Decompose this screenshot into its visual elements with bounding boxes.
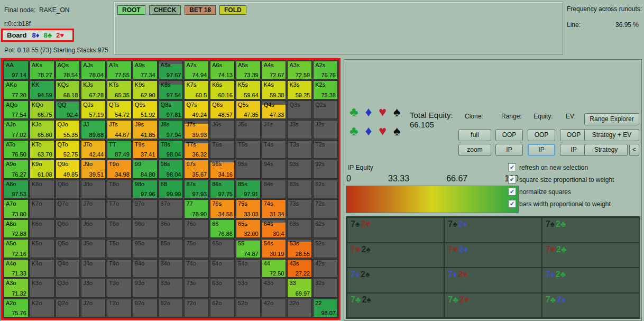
hand-cell-Q2o[interactable]: Q2o	[56, 299, 80, 317]
hand-cell-A7s[interactable]: A7s74.94	[184, 61, 209, 79]
hand-cell-98s[interactable]: 98s98.04	[159, 160, 183, 178]
hand-cell-94o[interactable]: 94o	[133, 259, 158, 278]
hand-cell-32s[interactable]: 32s	[313, 279, 338, 297]
hand-cell-J8o[interactable]: J8o	[81, 180, 106, 198]
hand-cell-83o[interactable]: 83o	[159, 279, 183, 297]
hand-cell-Q9o[interactable]: Q9o49.85	[56, 160, 80, 178]
hand-cell-ATo[interactable]: ATo76.50	[4, 140, 29, 159]
hand-cell-T4o[interactable]: T4o	[107, 259, 132, 278]
hand-cell-T3s[interactable]: T3s	[287, 140, 312, 159]
hand-cell-87s[interactable]: 87s97.93	[184, 180, 209, 198]
hand-cell-TT[interactable]: TT87.49	[107, 140, 132, 159]
hand-cell-T3o[interactable]: T3o	[107, 279, 132, 297]
hand-cell-97o[interactable]: 97o	[133, 199, 158, 218]
hand-cell-62s[interactable]: 62s	[313, 219, 338, 238]
hand-cell-76s[interactable]: 76s34.58	[210, 199, 235, 218]
action-button-check[interactable]: CHECK	[149, 5, 181, 15]
action-button-root[interactable]: ROOT	[117, 5, 145, 15]
hand-cell-K4s[interactable]: K4s59.38	[262, 80, 287, 99]
clone-zoom-button[interactable]: zoom	[458, 144, 491, 156]
hand-cell-76o[interactable]: 76o	[184, 219, 209, 238]
hand-cell-Q5o[interactable]: Q5o	[56, 239, 80, 258]
hand-cell-J4s[interactable]: J4s	[262, 120, 287, 139]
hand-cell-Q8o[interactable]: Q8o	[56, 180, 80, 198]
hand-cell-64o[interactable]: 64o	[210, 259, 235, 278]
hand-cell-73s[interactable]: 73s	[287, 199, 312, 218]
hand-cell-K7o[interactable]: K7o	[30, 199, 54, 218]
hand-cell-QJs[interactable]: QJs57.19	[81, 100, 106, 119]
hand-cell-Q9s[interactable]: Q9s51.92	[133, 100, 158, 119]
hand-cell-75s[interactable]: 75s33.03	[236, 199, 261, 218]
ev-ip-button[interactable]: IP	[560, 144, 587, 156]
hand-cell-JJ[interactable]: JJ89.68	[81, 120, 106, 139]
hand-cell-Q7s[interactable]: Q7s49.24	[184, 100, 209, 119]
combo-7c2d[interactable]: 7♣2♦	[542, 293, 639, 318]
hand-cell-KJo[interactable]: KJo65.80	[30, 120, 54, 139]
hand-cell-94s[interactable]: 94s	[262, 160, 287, 178]
hand-cell-63s[interactable]: 63s	[287, 219, 312, 238]
hand-cell-K5s[interactable]: K5s59.64	[236, 80, 261, 99]
range-oop-button[interactable]: OOP	[495, 129, 523, 141]
range-ip-button[interactable]: IP	[495, 144, 523, 156]
hand-cell-T9o[interactable]: T9o34.98	[107, 160, 132, 178]
action-button-bet-18[interactable]: BET 18	[185, 5, 216, 15]
checkbox-normalize-squares[interactable]: ✔normalize squares	[508, 186, 614, 198]
hand-cell-85s[interactable]: 85s97.91	[236, 180, 261, 198]
hand-cell-AJs[interactable]: AJs78.04	[81, 61, 106, 79]
checkbox-box[interactable]: ✔	[508, 176, 516, 184]
hand-cell-53o[interactable]: 53o	[236, 279, 261, 297]
heart-icon[interactable]: ♥	[379, 105, 387, 118]
hand-cell-52o[interactable]: 52o	[236, 299, 261, 317]
hand-cell-K9s[interactable]: K9s62.90	[133, 80, 158, 99]
hand-cell-84s[interactable]: 84s	[262, 180, 287, 198]
hand-cell-A4o[interactable]: A4o71.33	[4, 259, 29, 278]
hand-cell-42s[interactable]: 42s	[313, 259, 338, 278]
hand-cell-93s[interactable]: 93s	[287, 160, 312, 178]
checkbox-refresh-on[interactable]: ✔refresh on new selection	[508, 161, 614, 173]
hand-cell-J5s[interactable]: J5s	[236, 120, 261, 139]
hand-cell-K8o[interactable]: K8o	[30, 180, 54, 198]
hand-cell-Q5s[interactable]: Q5s47.85	[236, 100, 261, 119]
hand-cell-A5s[interactable]: A5s73.39	[236, 61, 261, 79]
back-button[interactable]: <	[629, 144, 639, 156]
checkbox-box[interactable]: ✔	[508, 200, 516, 208]
hand-cell-T7s[interactable]: T7s36.32	[184, 140, 209, 159]
hand-cell-T2o[interactable]: T2o	[107, 299, 132, 317]
hand-cell-72s[interactable]: 72s	[313, 199, 338, 218]
hand-cell-77[interactable]: 7778.90	[184, 199, 209, 218]
equity-oop-button[interactable]: OOP	[528, 129, 555, 141]
combo-7s2h[interactable]: 7♠2♥	[347, 217, 444, 243]
hand-cell-A8s[interactable]: A8s97.67	[159, 61, 183, 79]
hand-cell-93o[interactable]: 93o	[133, 279, 158, 297]
hand-cell-JTo[interactable]: JTo42.44	[81, 140, 106, 159]
hand-cell-A3o[interactable]: A3o71.32	[4, 279, 29, 297]
hand-cell-JTs[interactable]: JTs44.67	[107, 120, 132, 139]
hand-cell-AJo[interactable]: AJo77.02	[4, 120, 29, 139]
hand-cell-J7s[interactable]: J7s39.93	[184, 120, 209, 139]
hand-cell-QTs[interactable]: QTs54.72	[107, 100, 132, 119]
hand-cell-65o[interactable]: 65o	[210, 239, 235, 258]
hand-cell-T5o[interactable]: T5o	[107, 239, 132, 258]
hand-cell-J6o[interactable]: J6o	[81, 219, 106, 238]
hand-cell-Q4o[interactable]: Q4o	[56, 259, 80, 278]
hand-cell-Q2s[interactable]: Q2s	[313, 100, 338, 119]
hand-cell-62o[interactable]: 62o	[210, 299, 235, 317]
combo-7h2c[interactable]: 7♥2♣	[542, 243, 639, 268]
hand-cell-T4s[interactable]: T4s	[262, 140, 287, 159]
hand-cell-T8o[interactable]: T8o	[107, 180, 132, 198]
hand-cell-T6o[interactable]: T6o	[107, 219, 132, 238]
hand-cell-55[interactable]: 5574.87	[236, 239, 261, 258]
hand-cell-QQ[interactable]: QQ92.4	[56, 100, 80, 119]
hand-cell-J8s[interactable]: J8s97.94	[159, 120, 183, 139]
combo-7d2c[interactable]: 7♦2♣	[542, 268, 639, 293]
club-icon[interactable]: ♣	[349, 124, 358, 137]
hand-cell-J3o[interactable]: J3o	[81, 279, 106, 297]
hand-cell-A9s[interactable]: A9s77.34	[133, 61, 158, 79]
hand-cell-J6s[interactable]: J6s	[210, 120, 235, 139]
hand-cell-73o[interactable]: 73o	[184, 279, 209, 297]
hand-cell-22[interactable]: 2298.07	[313, 299, 338, 317]
hand-cell-44[interactable]: 4472.50	[262, 259, 287, 278]
hand-cell-96s[interactable]: 96s34.16	[210, 160, 235, 178]
hand-cell-A9o[interactable]: A9o76.27	[4, 160, 29, 178]
hand-cell-32o[interactable]: 32o	[287, 299, 312, 317]
